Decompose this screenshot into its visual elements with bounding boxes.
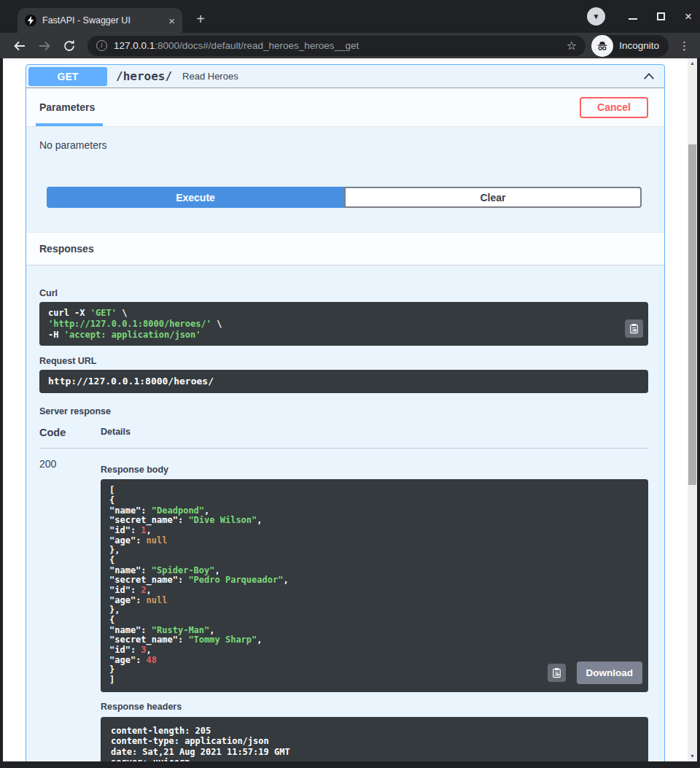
browser-menu-icon[interactable]: ⋮ xyxy=(679,39,690,53)
browser-tab[interactable]: FastAPI - Swagger UI × xyxy=(18,8,182,33)
browser-toolbar: i 127.0.0.1:8000/docs#/default/read_hero… xyxy=(0,33,700,58)
clear-button[interactable]: Clear xyxy=(344,187,642,208)
bookmark-star-icon[interactable]: ☆ xyxy=(567,39,577,53)
request-url-section: Request URL http://127.0.0.1:8000/heroes… xyxy=(26,346,664,393)
operation-path: /heroes/ xyxy=(116,69,172,83)
window-controls: ▼ × xyxy=(587,7,694,26)
parameters-title[interactable]: Parameters xyxy=(39,101,95,113)
method-badge: GET xyxy=(28,67,107,86)
maximize-button[interactable] xyxy=(655,11,666,23)
curl-section: Curl curl -X 'GET' \ 'http://127.0.0.1:8… xyxy=(26,265,664,346)
incognito-icon xyxy=(591,35,613,57)
curl-command: curl -X 'GET' \ 'http://127.0.0.1:8000/h… xyxy=(39,302,648,346)
incognito-badge: Incognito xyxy=(591,35,669,57)
curl-label: Curl xyxy=(39,288,648,298)
code-column-header: Code xyxy=(39,427,101,438)
site-info-icon[interactable]: i xyxy=(96,40,107,51)
response-body-actions: Download xyxy=(548,662,643,684)
copy-curl-icon[interactable] xyxy=(625,319,643,338)
tab-search-button[interactable]: ▼ xyxy=(587,7,605,26)
response-headers-block: content-length: 205content-type: applica… xyxy=(101,717,648,761)
url-path: :8000/docs#/default/read_heroes_heroes__… xyxy=(155,40,359,51)
tab-strip: FastAPI - Swagger UI × + ▼ × xyxy=(0,0,700,33)
operation-header[interactable]: GET /heroes/ Read Heroes xyxy=(26,65,664,88)
url-bar[interactable]: i 127.0.0.1:8000/docs#/default/read_hero… xyxy=(88,36,586,56)
back-button[interactable] xyxy=(12,39,27,53)
active-tab-underline xyxy=(36,123,103,126)
response-details: Response body Download [ { "name": "Dead… xyxy=(101,458,648,761)
response-table-header: Code Details xyxy=(39,427,648,449)
forward-button[interactable] xyxy=(37,39,52,53)
parameters-header: Parameters Cancel xyxy=(26,88,664,127)
url-text[interactable]: 127.0.0.1:8000/docs#/default/read_heroes… xyxy=(114,40,560,51)
request-url-value: http://127.0.0.1:8000/heroes/ xyxy=(39,370,648,393)
window-close-button[interactable]: × xyxy=(682,9,694,24)
download-button[interactable]: Download xyxy=(577,662,643,684)
scrollbar-down-icon[interactable]: ▼ xyxy=(688,751,697,761)
tab-close-icon[interactable]: × xyxy=(168,15,175,26)
scrollbar-thumb[interactable] xyxy=(688,144,696,485)
page-scrollbar[interactable]: ▲ ▼ xyxy=(688,58,697,761)
request-url-label: Request URL xyxy=(39,356,648,366)
collapse-chevron-icon[interactable] xyxy=(642,70,656,83)
fastapi-favicon-icon xyxy=(25,15,36,26)
response-row: 200 Response body Download [ { "name": "… xyxy=(39,449,648,761)
copy-response-icon[interactable] xyxy=(548,664,566,682)
details-column-header: Details xyxy=(101,427,131,438)
opblock-get-heroes: GET /heroes/ Read Heroes Parameters Canc… xyxy=(26,64,665,761)
responses-title: Responses xyxy=(39,243,94,255)
url-host: 127.0.0.1 xyxy=(114,40,155,51)
minimize-button[interactable] xyxy=(627,11,639,23)
scrollbar-up-icon[interactable]: ▲ xyxy=(688,58,697,69)
incognito-label: Incognito xyxy=(619,40,659,51)
response-body-label: Response body xyxy=(101,465,648,475)
no-parameters-text: No parameters xyxy=(26,127,664,151)
cancel-button[interactable]: Cancel xyxy=(580,97,648,118)
execute-row: Execute Clear xyxy=(47,187,642,208)
server-response-label: Server response xyxy=(26,393,664,416)
responses-header: Responses xyxy=(26,232,664,265)
page-content: GET /heroes/ Read Heroes Parameters Canc… xyxy=(3,58,697,761)
response-body-json: Download [ { "name": "Deadpond", "secret… xyxy=(101,479,648,691)
reload-button[interactable] xyxy=(62,39,77,53)
status-code: 200 xyxy=(39,458,101,761)
execute-button[interactable]: Execute xyxy=(47,187,344,208)
new-tab-button[interactable]: + xyxy=(191,10,210,29)
response-headers-label: Response headers xyxy=(101,702,648,712)
tab-title: FastAPI - Swagger UI xyxy=(42,15,163,26)
operation-summary: Read Heroes xyxy=(182,71,238,82)
